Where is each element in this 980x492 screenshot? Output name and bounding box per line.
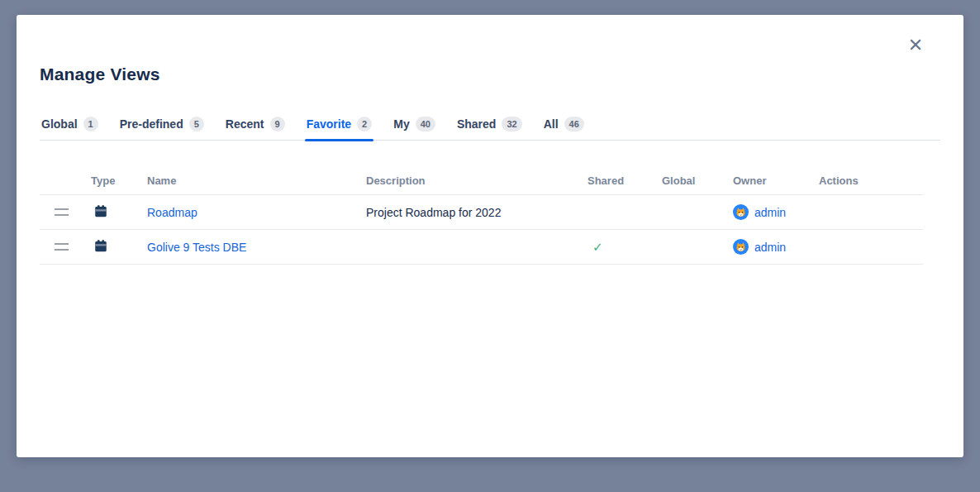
column-header-owner: Owner (725, 174, 811, 187)
tab-pre-defined[interactable]: Pre-defined 5 (118, 117, 206, 140)
calendar-icon (93, 203, 108, 218)
column-header-shared: Shared (579, 174, 654, 187)
view-name-link[interactable]: Roadmap (147, 206, 197, 219)
owner-avatar (733, 204, 749, 220)
row-handle-cell (40, 208, 83, 216)
tab-count-badge: 2 (357, 117, 372, 131)
column-header-actions: Actions (811, 174, 923, 187)
name-cell: Golive 9 Tests DBE (139, 241, 358, 254)
views-table: Type Name Description Shared Global Owne… (40, 167, 923, 265)
owner-link[interactable]: admin (754, 206, 786, 219)
tab-label: Shared (457, 117, 496, 131)
tab-label: Global (41, 117, 78, 131)
tab-label: All (544, 117, 559, 131)
manage-views-modal: ✕ Manage Views Global 1 Pre-defined 5 Re… (17, 15, 963, 457)
tab-count-badge: 40 (416, 117, 435, 131)
table-header-row: Type Name Description Shared Global Owne… (40, 167, 923, 195)
tab-count-badge: 9 (270, 117, 285, 131)
tab-count-badge: 5 (189, 117, 204, 131)
tab-label: My (393, 117, 409, 131)
tab-my[interactable]: My 40 (392, 117, 437, 140)
table-body: Roadmap Project Roadmap for 2022 admin (40, 195, 923, 265)
drag-handle-icon[interactable] (55, 243, 69, 251)
column-header-global: Global (654, 174, 725, 187)
owner-link[interactable]: admin (754, 241, 786, 254)
type-cell (83, 238, 139, 256)
row-handle-cell (40, 243, 83, 251)
column-header-name: Name (139, 174, 358, 187)
tab-shared[interactable]: Shared 32 (455, 117, 524, 140)
tab-global[interactable]: Global 1 (40, 117, 100, 140)
table-row: Golive 9 Tests DBE ✓ admin (40, 230, 923, 265)
owner-avatar (733, 239, 749, 255)
page-title: Manage Views (40, 64, 940, 84)
tab-count-badge: 46 (564, 117, 584, 131)
table-row: Roadmap Project Roadmap for 2022 admin (40, 195, 923, 230)
shared-check-icon: ✓ (588, 240, 603, 254)
column-header-type: Type (83, 174, 139, 187)
view-name-link[interactable]: Golive 9 Tests DBE (147, 241, 246, 254)
tabs: Global 1 Pre-defined 5 Recent 9 Favorite… (40, 117, 940, 141)
name-cell: Roadmap (139, 206, 358, 219)
tab-label: Pre-defined (120, 117, 183, 131)
type-cell (83, 203, 139, 221)
tab-count-badge: 1 (83, 117, 98, 131)
column-header-description: Description (358, 174, 579, 187)
drag-handle-icon[interactable] (55, 208, 69, 216)
description-cell: Project Roadmap for 2022 (358, 206, 579, 219)
tab-favorite[interactable]: Favorite 2 (305, 117, 374, 140)
tab-count-badge: 32 (502, 117, 521, 131)
owner-cell: admin (725, 204, 811, 220)
tab-recent[interactable]: Recent 9 (224, 117, 287, 140)
owner-cell: admin (725, 239, 811, 255)
tab-label: Recent (226, 117, 264, 131)
close-icon[interactable]: ✕ (905, 35, 926, 56)
calendar-icon (93, 238, 108, 253)
shared-cell: ✓ (579, 240, 654, 255)
tab-all[interactable]: All 46 (542, 117, 586, 140)
tab-label: Favorite (307, 117, 351, 131)
